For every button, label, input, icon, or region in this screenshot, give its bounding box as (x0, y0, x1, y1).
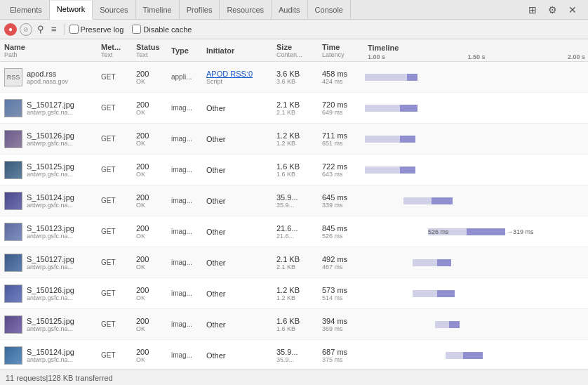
table-row[interactable]: S_150124.jpg antwrp.gsfc.na... GET 200 O… (0, 340, 588, 370)
tab-sources[interactable]: Sources (93, 0, 135, 19)
method-cell: GET (98, 135, 133, 143)
status-cell: 200 OK (133, 100, 168, 116)
timeline-cell (365, 247, 588, 278)
size-primary: 3.6 KB (276, 70, 316, 78)
file-path: antwrp.gsfc.na... (27, 109, 74, 116)
name-cell: S_150124.jpg antwrp.gsfc.na... (0, 192, 98, 210)
time-primary: 845 ms (322, 224, 362, 233)
time-cell: 645 ms 339 ms (319, 193, 365, 209)
bar-receiving (432, 197, 453, 204)
tab-timeline[interactable]: Timeline (136, 0, 180, 19)
table-row[interactable]: RSS apod.rss apod.nasa.gov GET 200 OK ap… (0, 62, 588, 93)
file-path: antwrp.gsfc.na... (27, 294, 74, 301)
timeline-cell (365, 340, 588, 370)
tab-audits[interactable]: Audits (272, 0, 308, 19)
bar-receiving (400, 167, 415, 174)
file-name: apod.rss (27, 70, 68, 78)
col-header-timeline[interactable]: Timeline 1.00 s 1.50 s 2.00 s (365, 39, 588, 62)
table-row[interactable]: S_150125.jpg antwrp.gsfc.na... GET 200 O… (0, 155, 588, 185)
bar-receiving (467, 228, 505, 235)
name-cell: S_150127.jpg antwrp.gsfc.na... (0, 254, 98, 272)
size-secondary: 1.2 KB (276, 294, 316, 301)
name-cell: S_150126.jpg antwrp.gsfc.na... (0, 130, 98, 148)
status-code: 200 (136, 224, 166, 233)
filter-icon[interactable]: ⚲ (35, 22, 46, 36)
method-cell: GET (98, 166, 133, 174)
clear-button[interactable]: ⊘ (20, 23, 32, 36)
status-cell: 200 OK (133, 317, 168, 332)
initiator-text: Other (206, 104, 226, 112)
status-cell: 200 OK (133, 193, 168, 209)
settings-icon[interactable]: ⚙ (545, 3, 560, 17)
table-row[interactable]: S_150127.jpg antwrp.gsfc.na... GET 200 O… (0, 247, 588, 278)
time-secondary: 643 ms (322, 171, 362, 178)
size-secondary: 1.6 KB (276, 325, 316, 332)
tab-profiles[interactable]: Profiles (180, 0, 220, 19)
col-header-time[interactable]: Time Latency (319, 43, 365, 58)
table-row[interactable]: S_150127.jpg antwrp.gsfc.na... GET 200 O… (0, 93, 588, 124)
status-text: OK (136, 233, 166, 240)
close-icon[interactable]: ✕ (566, 3, 580, 17)
time-primary: 573 ms (322, 286, 362, 294)
preserve-log-checkbox[interactable] (69, 25, 79, 34)
disable-cache-checkbox-label[interactable]: Disable cache (132, 25, 192, 34)
initiator-text: Other (206, 197, 226, 205)
size-cell: 1.6 KB 1.6 KB (274, 317, 319, 332)
bar-waiting (413, 259, 437, 266)
initiator-cell: Other (203, 135, 274, 143)
initiator-cell: Other (203, 197, 274, 205)
bar-receiving (437, 290, 455, 297)
time-secondary: 467 ms (322, 263, 362, 270)
table-row[interactable]: S_150124.jpg antwrp.gsfc.na... GET 200 O… (0, 185, 588, 216)
tab-resources[interactable]: Resources (220, 0, 272, 19)
status-text: OK (136, 109, 166, 116)
tab-network[interactable]: Network (50, 1, 93, 20)
disable-cache-checkbox[interactable] (132, 25, 141, 34)
file-path: antwrp.gsfc.na... (27, 356, 74, 363)
table-row[interactable]: S_150126.jpg antwrp.gsfc.na... GET 200 O… (0, 278, 588, 309)
bar-waiting (413, 290, 437, 297)
status-code: 200 (136, 255, 166, 263)
col-header-initiator[interactable]: Initiator (203, 46, 274, 55)
thumbnail (4, 130, 22, 148)
time-cell: 687 ms 375 ms (319, 348, 365, 363)
time-primary: 492 ms (322, 255, 362, 263)
name-cell: S_150125.jpg antwrp.gsfc.na... (0, 315, 98, 334)
col-header-type[interactable]: Type (168, 46, 203, 55)
table-row[interactable]: S_150126.jpg antwrp.gsfc.na... GET 200 O… (0, 124, 588, 155)
initiator-text: Other (206, 166, 226, 174)
size-primary: 1.2 KB (276, 131, 316, 140)
tab-console[interactable]: Console (308, 0, 351, 19)
bar-receiving (400, 136, 415, 143)
preserve-log-checkbox-label[interactable]: Preserve log (69, 25, 124, 34)
table-body: RSS apod.rss apod.nasa.gov GET 200 OK ap… (0, 62, 588, 370)
timeline-cell (365, 185, 588, 216)
thumbnail (4, 346, 22, 365)
col-header-status[interactable]: Status Text (133, 43, 168, 58)
status-cell: 200 OK (133, 131, 168, 147)
table-row[interactable]: S_150125.jpg antwrp.gsfc.na... GET 200 O… (0, 309, 588, 340)
initiator-sub: Script (206, 78, 271, 85)
method-cell: GET (98, 320, 133, 328)
bar-waiting (435, 321, 449, 328)
record-stop-button[interactable]: ● (4, 23, 17, 36)
dock-icon[interactable]: ⊞ (526, 3, 540, 17)
tab-elements[interactable]: Elements (3, 0, 50, 19)
table-row[interactable]: S_150123.jpg antwrp.gsfc.na... GET 200 O… (0, 216, 588, 247)
list-icon[interactable]: ≡ (49, 22, 59, 36)
time-primary: 687 ms (322, 348, 362, 356)
thumbnail: RSS (4, 68, 22, 86)
method-cell: GET (98, 104, 133, 112)
type-cell: imag... (168, 259, 203, 266)
size-primary: 1.6 KB (276, 317, 316, 325)
col-header-name[interactable]: Name Path (0, 43, 98, 58)
col-header-size[interactable]: Size Conten... (274, 43, 319, 58)
status-text: OK (136, 171, 166, 178)
name-cell: S_150126.jpg antwrp.gsfc.na... (0, 285, 98, 303)
time-primary: 645 ms (322, 193, 362, 202)
size-primary: 2.1 KB (276, 255, 316, 263)
initiator-cell: Other (203, 166, 274, 174)
col-header-method[interactable]: Met... Text (98, 43, 133, 58)
thumbnail (4, 315, 22, 334)
initiator-link[interactable]: APOD RSS:0 (206, 70, 271, 78)
